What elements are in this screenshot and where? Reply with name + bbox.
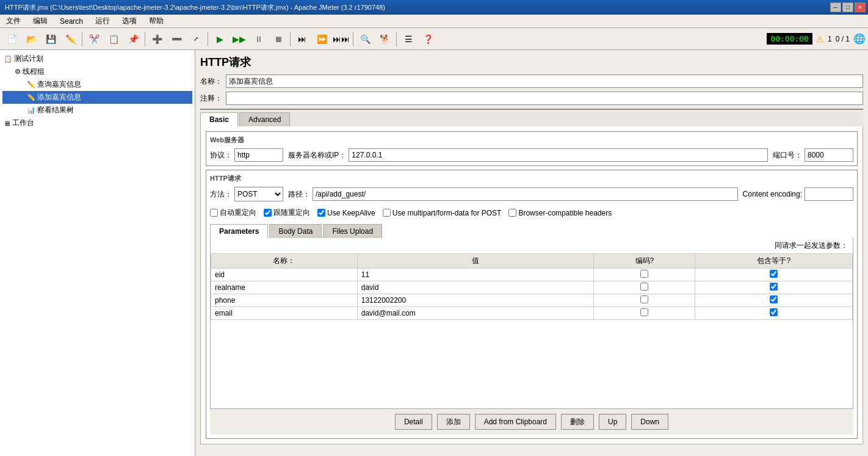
row2-include-checkbox[interactable] xyxy=(770,283,778,291)
tree-item-workbench[interactable]: 🖥 工作台 xyxy=(2,117,192,129)
toolbar-templates[interactable]: 🐕 xyxy=(375,31,394,48)
encoding-input[interactable] xyxy=(805,187,853,201)
toolbar-save[interactable]: 💾 xyxy=(42,31,60,48)
table-row: realname david xyxy=(211,281,853,294)
tree-icon-query-guest: ✏️ xyxy=(27,81,35,89)
protocol-group: 协议： xyxy=(210,148,283,162)
minimize-button[interactable]: ─ xyxy=(830,2,841,12)
toolbar: 📄 📂 💾 ✏️ ✂️ 📋 📌 ➕ ➖ ⤢ ▶ ▶▶ ⏸ ⏹ ⏭ ⏩ ⏭⏭ 🔍 … xyxy=(0,28,868,50)
menu-run[interactable]: 运行 xyxy=(92,15,114,27)
toolbar-start-no-pause[interactable]: ▶▶ xyxy=(230,31,248,48)
row1-encode-checkbox[interactable] xyxy=(640,270,648,278)
close-button[interactable]: ✕ xyxy=(855,2,866,12)
toolbar-add[interactable]: ➕ xyxy=(148,31,166,48)
tree-item-query-guest[interactable]: ✏️ 查询嘉宾信息 xyxy=(2,78,192,91)
name-input[interactable] xyxy=(226,74,863,88)
table-row: phone 13122002200 xyxy=(211,294,853,307)
follow-redirect-checkbox[interactable] xyxy=(264,209,272,217)
server-input[interactable] xyxy=(349,148,768,162)
port-input[interactable] xyxy=(805,148,853,162)
row2-value: david xyxy=(357,281,594,294)
up-button[interactable]: Up xyxy=(599,414,626,430)
auto-redirect-checkbox[interactable] xyxy=(210,209,218,217)
col-header-name: 名称： xyxy=(211,254,358,269)
tree-item-add-guest[interactable]: ✏️ 添加嘉宾信息 xyxy=(2,91,192,104)
comment-input[interactable] xyxy=(226,92,863,105)
keep-alive-label: Use KeepAlive xyxy=(327,209,375,217)
server-group: 服务器名称或IP： xyxy=(288,148,768,162)
main-layout: 📋 测试计划 ⚙ 线程组 ✏️ 查询嘉宾信息 ✏️ 添加嘉宾信息 📊 察看结果树… xyxy=(0,50,868,456)
maximize-button[interactable]: □ xyxy=(842,2,853,12)
detail-button[interactable]: Detail xyxy=(395,414,432,430)
browser-headers-checkbox[interactable] xyxy=(508,209,516,217)
tab-advanced[interactable]: Advanced xyxy=(239,112,290,126)
row2-encode xyxy=(594,281,695,294)
row3-include-checkbox[interactable] xyxy=(770,295,778,303)
toolbar-new[interactable]: 📄 xyxy=(2,31,21,48)
menu-edit[interactable]: 编辑 xyxy=(29,15,51,27)
toolbar-cut[interactable]: ✂️ xyxy=(85,31,103,48)
menu-search[interactable]: Search xyxy=(56,16,87,27)
row3-encode xyxy=(594,294,695,307)
multipart-checkbox[interactable] xyxy=(383,209,391,217)
tree-icon-test-plan: 📋 xyxy=(4,55,12,63)
toolbar-remove[interactable]: ➖ xyxy=(167,31,186,48)
delete-button[interactable]: 删除 xyxy=(561,414,594,430)
toolbar-edit[interactable]: ✏️ xyxy=(61,31,79,48)
follow-redirect-label: 跟随重定向 xyxy=(273,208,310,218)
toolbar-paste[interactable]: 📌 xyxy=(124,31,142,48)
toolbar-remote-start[interactable]: ⏭ xyxy=(293,31,311,48)
table-row: eid 11 xyxy=(211,269,853,281)
row4-include-checkbox[interactable] xyxy=(770,308,778,316)
toolbar-start[interactable]: ▶ xyxy=(211,31,229,48)
tree-icon-view-results: 📊 xyxy=(27,106,35,114)
tree-item-thread-group[interactable]: ⚙ 线程组 xyxy=(2,65,192,78)
toolbar-list[interactable]: ☰ xyxy=(399,31,418,48)
keep-alive-checkbox[interactable] xyxy=(317,209,325,217)
col-header-include: 包含等于? xyxy=(695,254,853,269)
tree-item-view-results[interactable]: 📊 察看结果树 xyxy=(2,104,192,117)
tree-label-workbench: 工作台 xyxy=(12,118,34,128)
separator-4 xyxy=(290,32,291,46)
toolbar-open[interactable]: 📂 xyxy=(22,31,40,48)
tab-files-upload[interactable]: Files Upload xyxy=(323,224,382,238)
toolbar-help[interactable]: ❓ xyxy=(419,31,437,48)
toolbar-remote-start-all[interactable]: ⏩ xyxy=(313,31,331,48)
tab-body-data[interactable]: Body Data xyxy=(269,224,322,238)
protocol-label: 协议： xyxy=(210,150,232,161)
menu-file[interactable]: 文件 xyxy=(2,15,24,27)
toolbar-remote-stop[interactable]: ⏭⏭ xyxy=(332,31,350,48)
separator-6 xyxy=(396,32,397,46)
port-label: 端口号： xyxy=(773,150,802,161)
basic-tab-content: Web服务器 协议： 服务器名称或IP： 端口号： xyxy=(200,126,863,444)
menu-help[interactable]: 帮助 xyxy=(145,15,167,27)
browser-headers-item: Browser-compatible headers xyxy=(508,209,612,217)
down-button[interactable]: Down xyxy=(631,414,668,430)
protocol-input[interactable] xyxy=(234,148,283,162)
bottom-buttons: Detail 添加 Add from Clipboard 删除 Up Down xyxy=(210,409,853,435)
separator-1 xyxy=(82,32,82,46)
row3-encode-checkbox[interactable] xyxy=(640,295,648,303)
menu-options[interactable]: 选项 xyxy=(118,15,140,27)
row2-encode-checkbox[interactable] xyxy=(640,283,648,291)
http-request-title: HTTP请求 xyxy=(210,174,853,183)
add-button[interactable]: 添加 xyxy=(437,414,470,430)
method-select[interactable]: POST GET PUT DELETE xyxy=(234,187,283,201)
name-label: 名称： xyxy=(200,76,222,87)
toolbar-shutdown[interactable]: ⏹ xyxy=(269,31,288,48)
tab-parameters[interactable]: Parameters xyxy=(210,224,268,238)
toolbar-stop[interactable]: ⏸ xyxy=(250,31,268,48)
toolbar-right: 00:00:00 ⚠ 1 0 / 1 🌐 xyxy=(767,33,866,45)
row1-value: 11 xyxy=(357,269,594,281)
row1-include-checkbox[interactable] xyxy=(770,270,778,278)
add-from-clipboard-button[interactable]: Add from Clipboard xyxy=(475,414,556,430)
globe-icon: 🌐 xyxy=(853,33,866,45)
row4-encode-checkbox[interactable] xyxy=(640,308,648,316)
path-input[interactable] xyxy=(313,187,738,201)
tree-item-test-plan[interactable]: 📋 测试计划 xyxy=(2,52,192,65)
toolbar-search[interactable]: 🔍 xyxy=(356,31,374,48)
tab-basic[interactable]: Basic xyxy=(200,112,238,126)
toolbar-expand[interactable]: ⤢ xyxy=(187,31,205,48)
warning-count: 1 xyxy=(828,35,832,43)
toolbar-copy[interactable]: 📋 xyxy=(104,31,123,48)
